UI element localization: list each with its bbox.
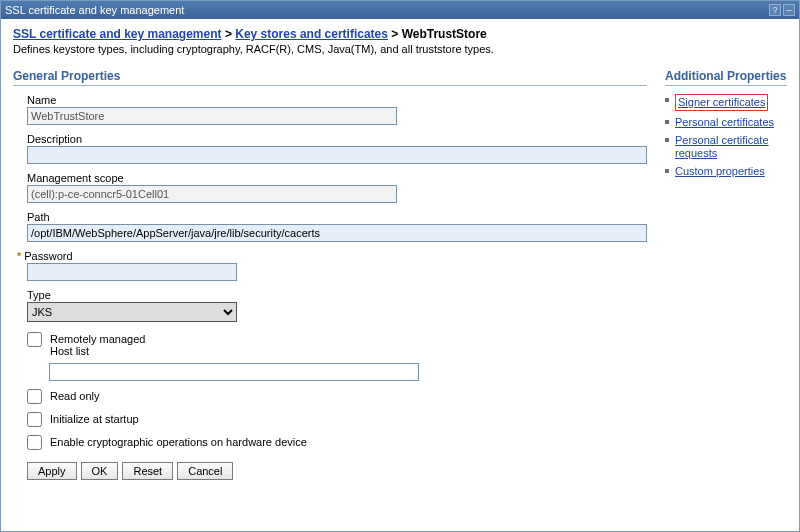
list-item: Custom properties xyxy=(665,165,787,178)
side-panel: Additional Properties Signer certificate… xyxy=(665,69,787,480)
list-item: Personal certificate requests xyxy=(665,134,787,160)
label-name: Name xyxy=(27,94,647,106)
label-host-list: Host list xyxy=(50,345,145,357)
breadcrumb-current: WebTrustStore xyxy=(402,27,487,41)
input-password[interactable] xyxy=(27,263,237,281)
field-host-list xyxy=(49,363,647,381)
row-read-only: Read only xyxy=(27,387,647,404)
input-name[interactable] xyxy=(27,107,397,125)
label-init-startup: Initialize at startup xyxy=(50,410,139,425)
field-type: Type JKS xyxy=(27,289,647,322)
highlight-box: Signer certificates xyxy=(675,94,768,111)
breadcrumb-sep: > xyxy=(391,27,401,41)
minimize-icon[interactable]: – xyxy=(783,4,795,16)
list-item: Signer certificates xyxy=(665,94,787,111)
field-mgmt-scope: Management scope xyxy=(27,172,647,203)
label-password: Password xyxy=(17,250,647,262)
breadcrumb: SSL certificate and key management > Key… xyxy=(13,27,787,41)
label-remotely-managed: Remotely managed Host list xyxy=(50,330,145,357)
admin-window: SSL certificate and key management ? – S… xyxy=(0,0,800,532)
list-item: Personal certificates xyxy=(665,116,787,129)
field-path: Path xyxy=(27,211,647,242)
row-crypto-hw: Enable cryptographic operations on hardw… xyxy=(27,433,647,450)
window-title: SSL certificate and key management xyxy=(5,1,184,19)
content-area: SSL certificate and key management > Key… xyxy=(1,19,799,492)
help-icon[interactable]: ? xyxy=(769,4,781,16)
additional-properties-list: Signer certificates Personal certificate… xyxy=(665,94,787,178)
row-init-startup: Initialize at startup xyxy=(27,410,647,427)
label-crypto-hw: Enable cryptographic operations on hardw… xyxy=(50,433,307,448)
label-description: Description xyxy=(27,133,647,145)
ok-button[interactable]: OK xyxy=(81,462,119,480)
cancel-button[interactable]: Cancel xyxy=(177,462,233,480)
input-host-list[interactable] xyxy=(49,363,419,381)
field-name: Name xyxy=(27,94,647,125)
checkbox-init-startup[interactable] xyxy=(27,412,42,427)
input-description[interactable] xyxy=(27,146,647,164)
breadcrumb-link-keystores[interactable]: Key stores and certificates xyxy=(235,27,388,41)
input-path[interactable] xyxy=(27,224,647,242)
checkbox-crypto-hw[interactable] xyxy=(27,435,42,450)
label-read-only: Read only xyxy=(50,387,100,402)
breadcrumb-link-ssl[interactable]: SSL certificate and key management xyxy=(13,27,222,41)
breadcrumb-sep: > xyxy=(225,27,235,41)
checkbox-remotely-managed[interactable] xyxy=(27,332,42,347)
window-controls: ? – xyxy=(769,4,795,16)
row-remotely-managed: Remotely managed Host list xyxy=(27,330,647,357)
button-row: Apply OK Reset Cancel xyxy=(27,462,647,480)
input-mgmt-scope[interactable] xyxy=(27,185,397,203)
label-mgmt-scope: Management scope xyxy=(27,172,647,184)
section-general: General Properties xyxy=(13,69,647,86)
label-type: Type xyxy=(27,289,647,301)
titlebar: SSL certificate and key management ? – xyxy=(1,1,799,19)
checkbox-read-only[interactable] xyxy=(27,389,42,404)
reset-button[interactable]: Reset xyxy=(122,462,173,480)
label-path: Path xyxy=(27,211,647,223)
main-panel: General Properties Name Description Mana… xyxy=(13,69,647,480)
field-password: Password xyxy=(17,250,647,281)
field-description: Description xyxy=(27,133,647,164)
select-type[interactable]: JKS xyxy=(27,302,237,322)
link-custom-properties[interactable]: Custom properties xyxy=(675,165,765,177)
section-additional: Additional Properties xyxy=(665,69,787,86)
page-description: Defines keystore types, including crypto… xyxy=(13,43,787,55)
link-signer-certificates[interactable]: Signer certificates xyxy=(678,96,765,108)
link-personal-cert-requests[interactable]: Personal certificate requests xyxy=(675,134,769,159)
apply-button[interactable]: Apply xyxy=(27,462,77,480)
link-personal-certificates[interactable]: Personal certificates xyxy=(675,116,774,128)
